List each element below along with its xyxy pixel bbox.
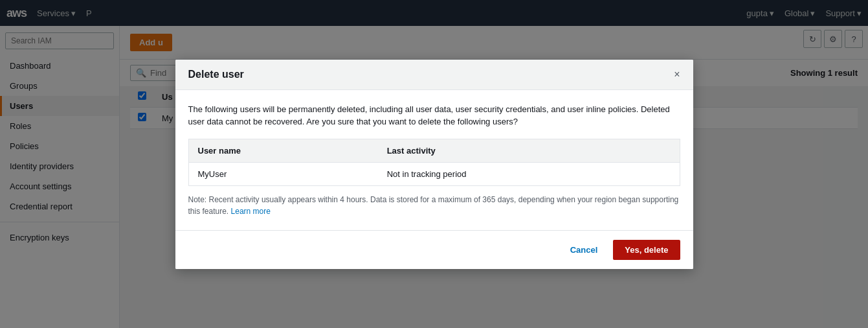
modal-body: The following users will be permanently … <box>175 90 693 230</box>
modal-overlay: Delete user × The following users will b… <box>0 0 868 328</box>
modal-row-last-activity: Not in tracking period <box>378 162 680 185</box>
modal-col-username: User name <box>188 139 378 162</box>
learn-more-link[interactable]: Learn more <box>231 207 271 216</box>
modal-warning-text: The following users will be permanently … <box>188 103 680 128</box>
delete-user-modal: Delete user × The following users will b… <box>175 60 693 269</box>
yes-delete-button[interactable]: Yes, delete <box>613 240 680 260</box>
modal-row-username: MyUser <box>188 162 378 185</box>
modal-table-row: MyUser Not in tracking period <box>188 162 680 185</box>
modal-close-button[interactable]: × <box>674 69 680 80</box>
modal-header: Delete user × <box>175 60 693 90</box>
modal-users-table: User name Last activity MyUser Not in tr… <box>188 139 680 186</box>
modal-title: Delete user <box>188 69 244 80</box>
modal-note: Note: Recent activity usually appears wi… <box>188 194 680 217</box>
modal-footer: Cancel Yes, delete <box>175 230 693 269</box>
modal-col-last-activity: Last activity <box>378 139 680 162</box>
cancel-button[interactable]: Cancel <box>562 241 606 259</box>
